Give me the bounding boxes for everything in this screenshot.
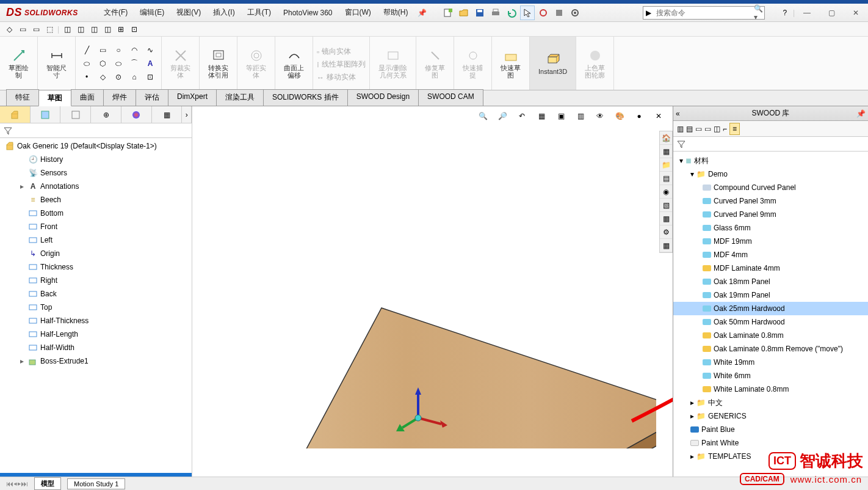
menu-item[interactable]: 视图(V)	[170, 4, 207, 21]
sketch-draw-button[interactable]: 草图绘制	[4, 46, 34, 81]
collapse-icon[interactable]: «	[676, 109, 680, 118]
menu-item[interactable]: 插入(I)	[207, 4, 241, 21]
qb-icon[interactable]: ▭	[17, 24, 28, 35]
qb-icon[interactable]: ▭	[31, 24, 42, 35]
library-item[interactable]: MDF Laminate 4mm	[673, 261, 868, 275]
qb-icon[interactable]: ◫	[75, 24, 86, 35]
command-tab[interactable]: SWOOD Design	[347, 89, 419, 106]
library-item[interactable]: Oak 19mm Panel	[673, 288, 868, 302]
command-tab[interactable]: 渲染工具	[216, 89, 264, 106]
appearances-icon[interactable]: ▧	[660, 199, 672, 212]
print-icon[interactable]	[488, 5, 503, 20]
library-item[interactable]: Oak 50mm Hardwood	[673, 315, 868, 329]
command-tab[interactable]: 焊件	[103, 89, 136, 106]
tree-root[interactable]: Oak Generic 19 (Default<Display State-1>…	[0, 139, 192, 153]
menu-item[interactable]: 帮助(H)	[377, 4, 414, 21]
lib-tab-materials[interactable]: ≡	[729, 123, 740, 135]
misc-icon[interactable]: ⊙	[111, 71, 126, 83]
motion-study-tab[interactable]: Motion Study 1	[67, 478, 125, 489]
library-item[interactable]: MDF 19mm	[673, 235, 868, 248]
mirror-button[interactable]: ▫ 镜向实体	[317, 46, 351, 57]
linear-pattern-button[interactable]: ⁞ 线性草图阵列	[317, 59, 366, 70]
tree-item[interactable]: Half-Width	[0, 341, 192, 354]
qb-icon[interactable]: ◇	[4, 24, 15, 35]
menu-item[interactable]: 编辑(E)	[134, 4, 170, 21]
library-item[interactable]: White 19mm	[673, 356, 868, 369]
fm-tab-prop[interactable]	[31, 106, 61, 123]
lib-tab-icon[interactable]: ▭	[695, 125, 702, 133]
design-lib-icon[interactable]: 📁	[660, 158, 672, 172]
tree-item[interactable]: Front	[0, 220, 192, 233]
tree-item[interactable]: Top	[0, 301, 192, 314]
tree-item[interactable]: ▸Boss-Extrude1	[0, 354, 192, 368]
instant3d-button[interactable]: Instant3D	[533, 49, 572, 78]
tree-item[interactable]: Half-Thickness	[0, 314, 192, 327]
repair-button[interactable]: 修复草图	[420, 46, 450, 81]
library-item[interactable]: Oak 25mm Hardwood	[673, 302, 868, 315]
circle-icon[interactable]: ○	[111, 44, 126, 56]
command-tab[interactable]: SOLIDWORKS 插件	[263, 89, 348, 106]
move-button[interactable]: ↔ 移动实体	[317, 72, 356, 82]
curve-offset-button[interactable]: 曲面上偏移	[279, 46, 309, 81]
menu-item[interactable]: 窗口(W)	[339, 4, 377, 21]
rebuild-icon[interactable]	[536, 5, 551, 20]
maximize-icon[interactable]: ▢	[819, 5, 844, 20]
tree-item[interactable]: 🕘History	[0, 153, 192, 166]
show-hide-button[interactable]: 显示/删除几何关系	[374, 46, 412, 81]
lib-folder-generics[interactable]: ▸📁GENERICS	[673, 409, 868, 423]
tree-item[interactable]: ≡Beech	[0, 193, 192, 207]
close-icon[interactable]: ✕	[844, 5, 868, 20]
lib-tab-icon[interactable]: ▥	[677, 125, 684, 133]
command-tab[interactable]: DimXpert	[168, 89, 217, 106]
misc-icon[interactable]: ⌂	[127, 71, 142, 83]
open-icon[interactable]	[457, 5, 471, 20]
lib-tab-icon[interactable]: ▭	[704, 125, 711, 133]
search-input[interactable]	[654, 7, 750, 19]
command-tab[interactable]: SWOOD CAM	[418, 89, 483, 106]
fm-tab-tree[interactable]	[0, 106, 31, 123]
qb-icon[interactable]: ◫	[89, 24, 99, 35]
quick-sketch-button[interactable]: 快速草图	[496, 46, 526, 81]
file-explorer-icon[interactable]: ▤	[660, 172, 672, 185]
lib-tab-icon[interactable]: ▤	[686, 125, 693, 133]
qb-icon[interactable]: ◫	[102, 24, 113, 35]
view-palette-icon[interactable]: ◉	[660, 185, 672, 199]
lib-tab-icon[interactable]: ⌐	[723, 125, 727, 133]
undo-icon[interactable]	[504, 5, 519, 20]
line-icon[interactable]: ╱	[79, 44, 94, 56]
resources-icon[interactable]: ▦	[660, 145, 672, 158]
convert-button[interactable]: 转换实体引用	[203, 46, 233, 81]
fm-tab-dim[interactable]: ⊕	[91, 106, 121, 123]
library-item[interactable]: Glass 6mm	[673, 221, 868, 235]
fm-tab-expand[interactable]: ›	[182, 106, 192, 123]
help-icon[interactable]: ?	[778, 5, 792, 20]
command-tab[interactable]: 草图	[38, 90, 71, 106]
pin-icon[interactable]: 📌	[856, 109, 866, 118]
text-icon[interactable]: A	[143, 57, 157, 70]
lib-tab-icon[interactable]: ◫	[714, 125, 720, 133]
tree-item[interactable]: ▸AAnnotations	[0, 180, 192, 193]
qb-icon[interactable]: ⬚	[44, 24, 55, 35]
qb-icon[interactable]: ⊞	[115, 24, 126, 35]
fillet-icon[interactable]: ⌒	[127, 57, 142, 70]
library-item[interactable]: Oak Laminate 0.8mm	[673, 329, 868, 342]
forum-icon[interactable]: ⚙	[660, 225, 672, 239]
lib-root[interactable]: ▾≣材料	[673, 154, 868, 167]
qb-icon[interactable]: ⊡	[129, 24, 140, 35]
menu-item[interactable]: 文件(F)	[98, 4, 134, 21]
tree-item[interactable]: Bottom	[0, 207, 192, 220]
ellipse-icon[interactable]: ⬭	[111, 57, 126, 70]
tree-item[interactable]: 📡Sensors	[0, 166, 192, 180]
tree-item[interactable]: Left	[0, 233, 192, 247]
library-item[interactable]: White 6mm	[673, 369, 868, 382]
arc-icon[interactable]: ◠	[127, 44, 142, 56]
options-icon[interactable]	[552, 5, 566, 20]
shaded-sketch-button[interactable]: 上色草图轮廓	[580, 46, 610, 81]
model-tab[interactable]: 模型	[34, 477, 61, 490]
select-icon[interactable]	[520, 5, 535, 20]
polygon-icon[interactable]: ⬡	[95, 57, 110, 70]
fm-tab-misc[interactable]: ▦	[152, 106, 183, 123]
menu-item[interactable]: 工具(T)	[241, 4, 277, 21]
library-item[interactable]: Curved Panel 9mm	[673, 208, 868, 221]
custom-props-icon[interactable]: ▦	[660, 212, 672, 225]
